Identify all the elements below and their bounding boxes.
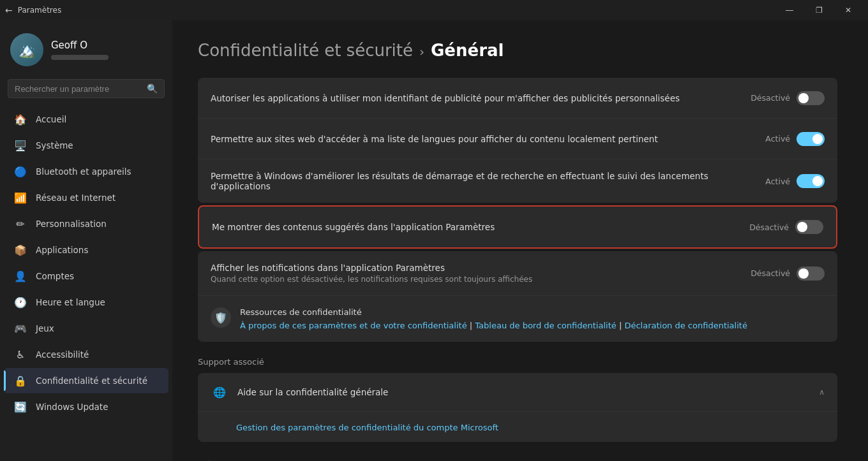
support-card: 🌐 Aide sur la confidentialité générale ∧…	[198, 373, 837, 442]
title-bar-left: ← Paramètres	[5, 5, 61, 15]
sidebar: 🏔️ Geoff O 🔍 🏠 Accueil 🖥️ Système	[0, 20, 172, 461]
setting-row-lancement: Permettre à Windows d'améliorer les résu…	[198, 159, 837, 203]
toggle-label-pub-id: Désactivé	[751, 93, 790, 103]
setting-row-pub-id: Autoriser les applications à utiliser mo…	[198, 78, 837, 119]
privacy-resources-row: 🛡️ Ressources de confidentialité À propo…	[198, 296, 837, 342]
support-row-aide[interactable]: 🌐 Aide sur la confidentialité générale ∧	[198, 373, 837, 412]
privacy-link-about[interactable]: À propos de ces paramètres et de votre c…	[240, 321, 467, 330]
support-row-label: Aide sur la confidentialité générale	[237, 387, 388, 397]
window-controls: — ❐ ✕	[775, 0, 863, 20]
sidebar-item-label: Applications	[36, 245, 88, 255]
avatar: 🏔️	[10, 33, 43, 66]
sidebar-item-label: Confidentialité et sécurité	[36, 376, 147, 386]
support-link-row: Gestion des paramètres de confidentialit…	[198, 412, 837, 442]
setting-text-pub-id: Autoriser les applications à utiliser mo…	[211, 93, 751, 103]
sidebar-item-label: Heure et langue	[36, 297, 105, 307]
sidebar-item-heure[interactable]: 🕐 Heure et langue	[4, 289, 168, 315]
sidebar-item-jeux[interactable]: 🎮 Jeux	[4, 316, 168, 341]
windowsupdate-icon: 🔄	[14, 400, 27, 413]
privacy-resources-title: Ressources de confidentialité	[240, 307, 747, 317]
main-content: Confidentialité et sécurité › Général Au…	[172, 20, 868, 461]
sidebar-item-label: Système	[36, 140, 73, 150]
toggle-thumb	[812, 134, 823, 144]
support-title: Support associé	[198, 357, 837, 367]
app-body: 🏔️ Geoff O 🔍 🏠 Accueil 🖥️ Système	[0, 20, 868, 461]
privacy-link-declaration[interactable]: Déclaration de confidentialité	[624, 321, 747, 330]
back-icon[interactable]: ←	[5, 5, 13, 15]
close-button[interactable]: ✕	[834, 0, 863, 20]
title-bar: ← Paramètres — ❐ ✕	[0, 0, 868, 20]
sidebar-item-accueil[interactable]: 🏠 Accueil	[4, 106, 168, 132]
reseau-icon: 📶	[14, 191, 27, 204]
profile-info: Geoff O	[51, 40, 108, 60]
sidebar-item-label: Bluetooth et appareils	[36, 166, 131, 177]
sidebar-item-comptes[interactable]: 👤 Comptes	[4, 263, 168, 289]
accueil-icon: 🏠	[14, 113, 27, 126]
toggle-pub-id[interactable]	[797, 91, 825, 105]
minimize-button[interactable]: —	[775, 0, 804, 20]
restore-button[interactable]: ❐	[804, 0, 834, 20]
sidebar-item-label: Windows Update	[36, 402, 108, 412]
toggle-label-suggestions: Désactivé	[749, 223, 789, 232]
search-input[interactable]	[15, 84, 142, 94]
setting-row-suggestions: Me montrer des contenus suggérés dans l'…	[199, 207, 836, 247]
search-container: 🔍	[0, 77, 172, 106]
setting-row-notifications: Afficher les notifications dans l'applic…	[198, 251, 837, 296]
setting-row-langue: Permettre aux sites web d'accéder à ma l…	[198, 119, 837, 159]
page-title: Général	[431, 41, 504, 60]
privacy-links-row: À propos de ces paramètres et de votre c…	[240, 321, 747, 330]
profile-section[interactable]: 🏔️ Geoff O	[0, 20, 172, 77]
toggle-suggestions[interactable]	[795, 220, 823, 234]
breadcrumb-parent: Confidentialité et sécurité	[198, 41, 413, 60]
sidebar-item-label: Accessibilité	[36, 349, 89, 360]
sidebar-item-bluetooth[interactable]: 🔵 Bluetooth et appareils	[4, 159, 168, 184]
sidebar-item-reseau[interactable]: 📶 Réseau et Internet	[4, 185, 168, 210]
sidebar-item-label: Réseau et Internet	[36, 193, 116, 203]
toggle-thumb	[798, 93, 809, 103]
settings-section-notifications: Afficher les notifications dans l'applic…	[198, 251, 837, 342]
accessibilite-icon: ♿	[14, 348, 27, 361]
comptes-icon: 👤	[14, 270, 27, 282]
profile-status-bar	[51, 55, 108, 60]
systeme-icon: 🖥️	[14, 139, 27, 152]
toggle-container-lancement: Activé	[765, 174, 825, 188]
sidebar-item-label: Jeux	[36, 323, 54, 333]
toggle-container-langue: Activé	[765, 132, 825, 146]
toggle-lancement[interactable]	[797, 174, 825, 188]
toggle-langue[interactable]	[797, 132, 825, 146]
sidebar-item-windowsupdate[interactable]: 🔄 Windows Update	[4, 394, 168, 420]
heure-icon: 🕐	[14, 296, 27, 309]
toggle-label-lancement: Activé	[765, 177, 790, 186]
support-link-microsoft[interactable]: Gestion des paramètres de confidentialit…	[236, 423, 498, 432]
search-icon: 🔍	[147, 84, 158, 94]
setting-text-lancement: Permettre à Windows d'améliorer les résu…	[211, 171, 765, 191]
sidebar-item-personnalisation[interactable]: ✏️ Personnalisation	[4, 211, 168, 237]
support-extra-aide[interactable]: 🔓 Obtenir de l'aide	[198, 450, 837, 461]
toggle-container-pub-id: Désactivé	[751, 91, 825, 105]
sidebar-item-label: Accueil	[36, 114, 66, 124]
toggle-thumb	[798, 268, 809, 279]
privacy-links: Ressources de confidentialité À propos d…	[240, 307, 747, 330]
aide-icon: 🌐	[211, 383, 228, 401]
sidebar-item-accessibilite[interactable]: ♿ Accessibilité	[4, 342, 168, 367]
toggle-notifications[interactable]	[797, 267, 825, 281]
sidebar-item-systeme[interactable]: 🖥️ Système	[4, 133, 168, 158]
search-box[interactable]: 🔍	[8, 79, 165, 98]
setting-subtext-notifications: Quand cette option est désactivée, les n…	[211, 275, 738, 284]
jeux-icon: 🎮	[14, 322, 27, 335]
sidebar-nav: 🏠 Accueil 🖥️ Système 🔵 Bluetooth et appa…	[0, 106, 172, 420]
support-section: Support associé 🌐 Aide sur la confidenti…	[198, 357, 837, 461]
breadcrumb-separator: ›	[419, 44, 424, 59]
sidebar-item-applications[interactable]: 📦 Applications	[4, 237, 168, 263]
chevron-up-icon: ∧	[819, 388, 825, 397]
confidentialite-icon: 🔒	[14, 374, 27, 387]
sidebar-item-label: Comptes	[36, 271, 74, 281]
sidebar-item-confidentialite[interactable]: 🔒 Confidentialité et sécurité	[4, 368, 168, 393]
toggle-thumb	[812, 176, 823, 186]
setting-text-langue: Permettre aux sites web d'accéder à ma l…	[211, 134, 765, 144]
toggle-container-suggestions: Désactivé	[749, 220, 823, 234]
personnalisation-icon: ✏️	[14, 217, 27, 230]
privacy-link-dashboard[interactable]: Tableau de bord de confidentialité	[475, 321, 616, 330]
shield-icon: 🛡️	[211, 307, 231, 328]
toggle-container-notifications: Désactivé	[751, 267, 825, 281]
